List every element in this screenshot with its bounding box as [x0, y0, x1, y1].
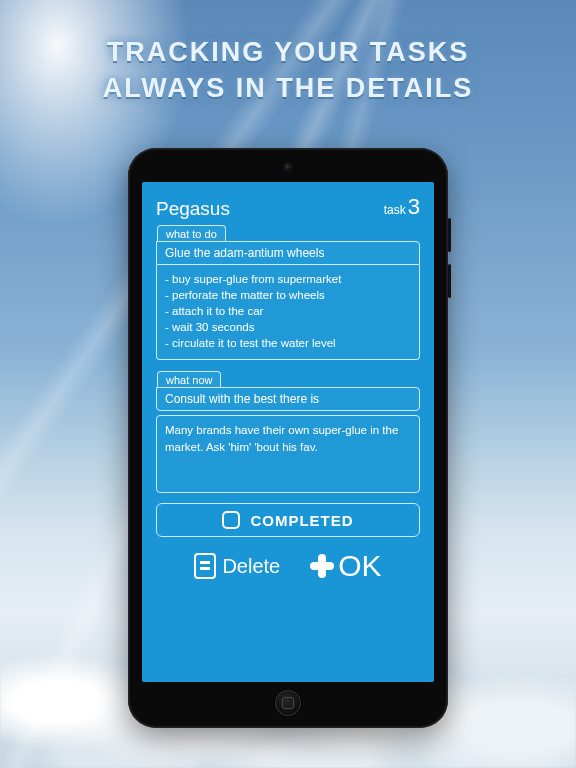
completed-toggle[interactable]: COMPLETED — [156, 503, 420, 537]
section-what-now: what now Consult with the best there is … — [156, 370, 420, 493]
headline-line1: TRACKING YOUR TASKS — [0, 34, 576, 70]
task-label: task — [384, 203, 406, 217]
section2-tab[interactable]: what now — [157, 371, 221, 387]
headline-line2: ALWAYS IN THE DETAILS — [0, 70, 576, 106]
project-title: Pegasus — [156, 198, 230, 220]
completed-label: COMPLETED — [250, 512, 353, 529]
checkbox-icon — [222, 511, 240, 529]
section1-summary[interactable]: Glue the adam-antium wheels — [156, 241, 420, 265]
list-icon — [194, 553, 216, 579]
promo-headline: TRACKING YOUR TASKS ALWAYS IN THE DETAIL… — [0, 34, 576, 107]
section2-summary[interactable]: Consult with the best there is — [156, 387, 420, 411]
tablet-camera-icon — [285, 164, 291, 170]
task-number: 3 — [408, 194, 420, 220]
ok-button[interactable]: OK — [310, 549, 381, 583]
promo-background: TRACKING YOUR TASKS ALWAYS IN THE DETAIL… — [0, 0, 576, 768]
task-counter: task 3 — [384, 194, 420, 220]
section1-details[interactable]: - buy super-glue from supermarket - perf… — [156, 265, 420, 360]
tablet-home-button[interactable] — [275, 690, 301, 716]
section1-tab[interactable]: what to do — [157, 225, 226, 241]
screen-header: Pegasus task 3 — [156, 194, 420, 220]
app-screen: Pegasus task 3 what to do Glue the adam-… — [142, 182, 434, 682]
section-what-to-do: what to do Glue the adam-antium wheels -… — [156, 224, 420, 360]
plus-icon — [310, 554, 334, 578]
delete-button[interactable]: Delete — [194, 553, 280, 579]
ok-label: OK — [338, 549, 381, 583]
delete-label: Delete — [222, 555, 280, 578]
action-row: Delete OK — [156, 549, 420, 583]
section2-details[interactable]: Many brands have their own super-glue in… — [156, 415, 420, 493]
tablet-frame: Pegasus task 3 what to do Glue the adam-… — [128, 148, 448, 728]
